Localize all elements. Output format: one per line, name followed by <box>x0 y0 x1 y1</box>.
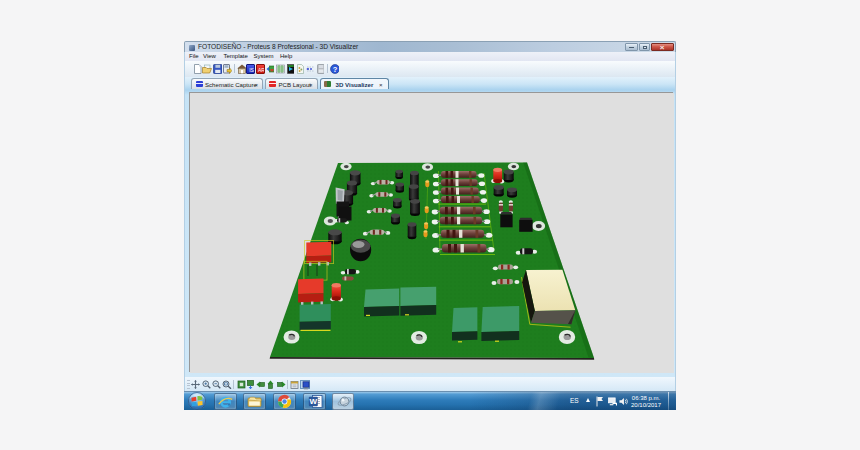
svg-text:IS: IS <box>249 67 254 73</box>
svg-text:?: ? <box>333 64 338 73</box>
svg-text:W: W <box>309 397 317 406</box>
svg-text:AR: AR <box>258 67 265 73</box>
